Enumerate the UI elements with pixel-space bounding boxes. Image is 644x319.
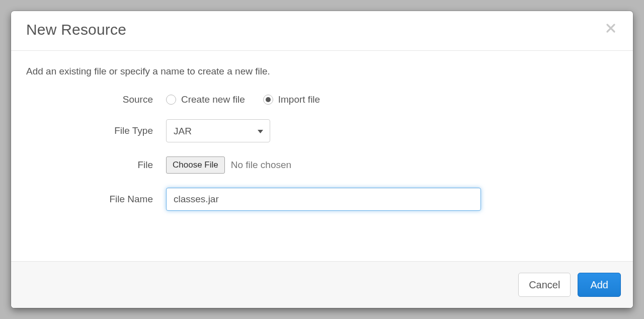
add-button[interactable]: Add <box>578 273 621 297</box>
radio-label: Import file <box>278 94 320 105</box>
modal-body: Add an existing file or specify a name t… <box>11 51 633 261</box>
file-type-row: File Type JAR <box>26 119 618 142</box>
file-row: File Choose File No file chosen <box>26 156 618 174</box>
source-row: Source Create new file Import file <box>26 94 618 105</box>
modal-header: New Resource <box>11 11 633 51</box>
file-label: File <box>26 160 166 171</box>
close-icon <box>606 23 616 33</box>
file-type-select[interactable]: JAR <box>166 119 270 142</box>
file-chosen-status: No file chosen <box>231 160 291 171</box>
file-name-label: File Name <box>26 194 166 205</box>
file-name-input[interactable] <box>166 188 481 211</box>
file-type-select-wrap: JAR <box>166 119 270 142</box>
radio-icon <box>263 95 273 105</box>
source-radio-group: Create new file Import file <box>166 94 320 105</box>
file-name-row: File Name <box>26 188 618 211</box>
file-type-label: File Type <box>26 125 166 136</box>
instructions-text: Add an existing file or specify a name t… <box>26 66 618 77</box>
source-label: Source <box>26 94 166 105</box>
new-resource-modal: New Resource Add an existing file or spe… <box>11 11 633 308</box>
modal-footer: Cancel Add <box>11 261 633 308</box>
radio-icon <box>166 95 176 105</box>
modal-title: New Resource <box>26 21 126 38</box>
radio-label: Create new file <box>181 94 245 105</box>
radio-import-file[interactable]: Import file <box>263 94 320 105</box>
choose-file-button[interactable]: Choose File <box>166 156 225 174</box>
resource-form: Source Create new file Import file <box>26 94 618 211</box>
radio-create-new-file[interactable]: Create new file <box>166 94 245 105</box>
close-button[interactable] <box>604 21 618 35</box>
cancel-button[interactable]: Cancel <box>518 273 571 297</box>
